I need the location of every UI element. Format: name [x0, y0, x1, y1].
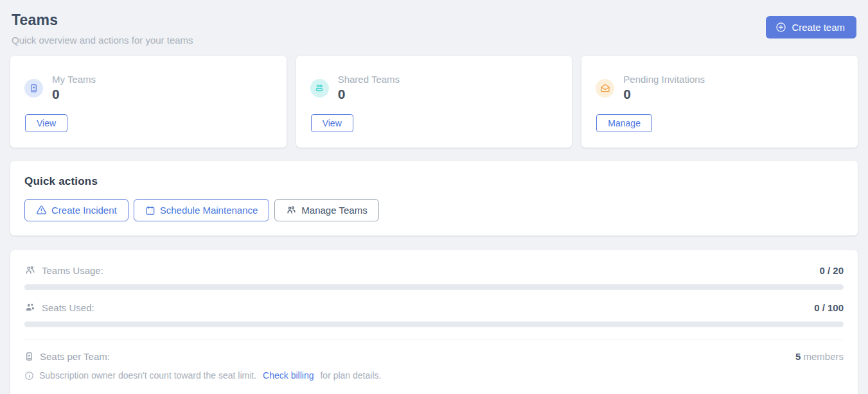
card-label: Shared Teams	[338, 74, 400, 85]
card-texts: Shared Teams 0	[338, 74, 400, 102]
card-head: Shared Teams 0	[310, 74, 558, 102]
view-shared-teams-button[interactable]: View	[311, 114, 353, 132]
teams-usage-label: Teams Usage:	[42, 265, 103, 276]
note-suffix: for plan details.	[320, 370, 381, 381]
users-outline-icon	[24, 264, 36, 276]
schedule-maintenance-label: Schedule Maintenance	[160, 205, 258, 216]
seats-used-label: Seats Used:	[42, 302, 94, 313]
manage-teams-button[interactable]: Manage Teams	[274, 199, 378, 221]
teams-usage-value: 0 / 20	[819, 265, 844, 276]
quick-actions-panel: Quick actions Create Incident	[10, 161, 858, 236]
card-label: Pending Invitations	[623, 74, 705, 85]
check-billing-link[interactable]: Check billing	[263, 370, 314, 381]
seats-per-team-label: Seats per Team:	[40, 351, 110, 362]
seats-used-progressbar	[24, 321, 844, 327]
card-value: 0	[623, 87, 705, 102]
seats-per-team-row: Seats per Team: 5 members	[24, 351, 844, 362]
teams-page: Teams Quick overview and actions for you…	[0, 0, 868, 394]
id-badge-icon	[24, 352, 34, 361]
stats-cards-row: My Teams 0 View Shared Teams 0 Vi	[10, 56, 858, 148]
seats-per-team-unit: members	[801, 351, 844, 362]
page-title: Teams	[12, 12, 193, 29]
seats-used-label-group: Seats Used:	[24, 302, 94, 313]
teams-usage-progressbar	[24, 284, 844, 290]
users-filled-icon	[24, 302, 36, 313]
users-icon	[310, 79, 329, 98]
page-heading-block: Teams Quick overview and actions for you…	[12, 12, 193, 46]
id-badge-icon	[24, 79, 43, 98]
page-subtitle: Quick overview and actions for your team…	[12, 35, 193, 46]
seat-limit-note: Subscription owner doesn't count toward …	[24, 370, 844, 381]
seats-per-team-value: 5 members	[795, 351, 844, 362]
manage-teams-label: Manage Teams	[301, 205, 367, 216]
page-header: Teams Quick overview and actions for you…	[10, 10, 858, 46]
open-envelope-icon	[596, 79, 614, 98]
card-head: Pending Invitations 0	[596, 74, 844, 102]
plus-circle-icon	[775, 22, 786, 33]
card-texts: My Teams 0	[52, 74, 96, 102]
seats-used-value: 0 / 100	[814, 302, 844, 313]
card-label: My Teams	[52, 74, 96, 85]
schedule-maintenance-button[interactable]: Schedule Maintenance	[134, 199, 270, 221]
create-team-label: Create team	[792, 22, 845, 33]
quick-actions-row: Create Incident Schedule Maintenance	[24, 199, 844, 221]
card-pending-invitations: Pending Invitations 0 Manage	[581, 56, 858, 148]
view-my-teams-button[interactable]: View	[25, 114, 67, 132]
seats-per-team-label-group: Seats per Team:	[24, 351, 110, 362]
card-shared-teams: Shared Teams 0 View	[296, 56, 572, 148]
create-incident-label: Create Incident	[51, 205, 117, 216]
card-my-teams: My Teams 0 View	[10, 56, 287, 148]
users-icon	[286, 205, 297, 216]
note-text: Subscription owner doesn't count toward …	[39, 370, 256, 381]
usage-divider	[24, 339, 844, 339]
create-team-button[interactable]: Create team	[766, 16, 856, 39]
teams-usage-row: Teams Usage: 0 / 20	[24, 264, 844, 276]
warning-icon	[36, 205, 47, 216]
card-value: 0	[338, 87, 400, 102]
info-icon	[24, 371, 34, 381]
card-texts: Pending Invitations 0	[623, 74, 705, 102]
create-incident-button[interactable]: Create Incident	[24, 199, 128, 221]
teams-usage-label-group: Teams Usage:	[24, 264, 103, 276]
seats-used-row: Seats Used: 0 / 100	[24, 302, 844, 313]
usage-panel: Teams Usage: 0 / 20 Seats Used: 0 / 100	[10, 250, 858, 394]
manage-invitations-button[interactable]: Manage	[596, 114, 652, 132]
card-head: My Teams 0	[24, 74, 272, 102]
quick-actions-title: Quick actions	[24, 175, 844, 188]
calendar-icon	[145, 205, 155, 216]
card-value: 0	[52, 87, 96, 102]
